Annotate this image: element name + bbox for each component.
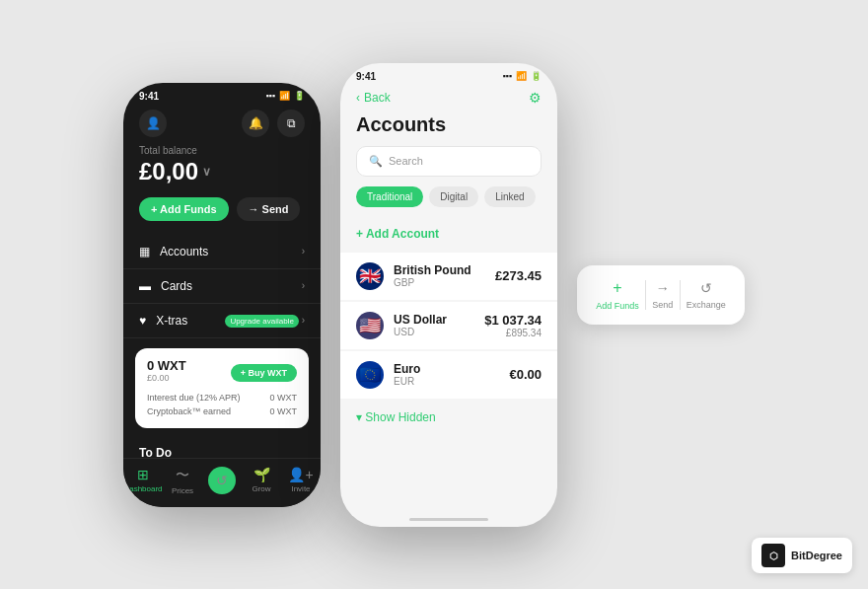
balance-label: Total balance xyxy=(139,145,305,156)
eur-amount: €0.00 xyxy=(509,367,542,382)
prices-label: Prices xyxy=(172,486,193,495)
show-hidden-button[interactable]: ▾ Show Hidden xyxy=(340,401,557,434)
exchange-icon: ↺ xyxy=(700,280,712,296)
usd-amount: $1 037.34 xyxy=(484,313,542,328)
add-funds-button[interactable]: + Add Funds xyxy=(139,197,229,221)
account-usd[interactable]: 🇺🇸 US Dollar USD $1 037.34 £895.34 xyxy=(340,302,557,349)
accounts-arrow: › xyxy=(302,246,305,257)
bitdegree-logo: ⬡ xyxy=(761,544,785,567)
search-placeholder: Search xyxy=(389,155,423,167)
panel-divider-1 xyxy=(645,280,646,310)
cryptoback-row: Cryptoback™ earned 0 WXT xyxy=(147,405,297,418)
right-icons: 🔔 ⧉ xyxy=(242,110,305,137)
search-bar[interactable]: 🔍 Search xyxy=(356,146,542,177)
account-eur[interactable]: 🇪🇺 Euro EUR €0.00 xyxy=(340,351,557,399)
xtras-icon: ♥ xyxy=(139,314,146,328)
usd-flag: 🇺🇸 xyxy=(356,312,384,339)
accounts-icon: ▦ xyxy=(139,245,150,258)
top-bar: ‹ Back ⚙ xyxy=(340,86,557,113)
floating-panel: + Add Funds → Send ↺ Exchange xyxy=(577,265,745,325)
home-indicator xyxy=(409,518,488,521)
invite-icon: 👤+ xyxy=(288,467,313,482)
bell-icon[interactable]: 🔔 xyxy=(242,110,269,137)
usd-sub: £895.34 xyxy=(484,328,542,338)
gbp-flag: 🇬🇧 xyxy=(356,262,384,290)
xtras-label: X-tras xyxy=(156,314,187,328)
panel-send[interactable]: → Send xyxy=(652,280,673,310)
signal-icon-light: ▪▪▪ xyxy=(502,71,512,81)
chevron-left-icon: ‹ xyxy=(356,91,360,105)
nav-prices[interactable]: 〜 Prices xyxy=(163,467,202,495)
menu-item-xtras[interactable]: ♥ X-tras Upgrade available › xyxy=(123,304,321,338)
exchange-panel-label: Exchange xyxy=(687,300,726,310)
xtras-right: Upgrade available › xyxy=(225,315,305,326)
cards-label: Cards xyxy=(161,279,192,293)
balance-section: Total balance £0,00 ∨ xyxy=(123,145,321,197)
dashboard-label: Dashboard xyxy=(123,484,162,493)
panel-add-funds[interactable]: + Add Funds xyxy=(596,279,639,311)
interest-value: 0 WXT xyxy=(269,393,297,403)
menu-item-accounts[interactable]: ▦ Accounts › xyxy=(123,235,321,269)
arrow-right-icon: → xyxy=(656,280,670,296)
xtras-arrow: › xyxy=(302,315,305,326)
send-panel-label: Send xyxy=(652,300,673,310)
phone-light: 9:41 ▪▪▪ 📶 🔋 ‹ Back ⚙ Accounts 🔍 Search … xyxy=(340,63,557,527)
copy-icon[interactable]: ⧉ xyxy=(277,110,305,137)
status-icons-dark: ▪▪▪ 📶 🔋 xyxy=(265,91,305,101)
battery-icon: 🔋 xyxy=(294,91,305,101)
buy-wxt-button[interactable]: + Buy WXT xyxy=(231,364,297,382)
upgrade-badge: Upgrade available xyxy=(225,315,299,328)
prices-icon: 〜 xyxy=(176,467,189,484)
plus-circle-icon: + xyxy=(613,279,621,297)
show-hidden-label: ▾ Show Hidden xyxy=(356,410,436,424)
gbp-amount: £273.45 xyxy=(495,268,542,283)
panel-divider-2 xyxy=(680,280,681,310)
gbp-code: GBP xyxy=(394,277,471,288)
accounts-label: Accounts xyxy=(160,245,208,258)
status-bar-light: 9:41 ▪▪▪ 📶 🔋 xyxy=(340,63,557,86)
nav-dashboard[interactable]: ⊞ Dashboard xyxy=(123,467,163,495)
nav-exchange[interactable]: ↺ xyxy=(202,467,242,495)
send-button[interactable]: → Send xyxy=(237,197,301,221)
eur-name: Euro xyxy=(394,362,420,376)
exchange-circle-icon: ↺ xyxy=(208,467,236,494)
panel-actions: + Add Funds → Send ↺ Exchange xyxy=(593,279,729,311)
status-bar-dark: 9:41 ▪▪▪ 📶 🔋 xyxy=(123,83,321,106)
cards-icon: ▬ xyxy=(139,279,151,293)
usd-code: USD xyxy=(394,327,447,337)
wifi-icon: 📶 xyxy=(279,91,290,101)
gbp-name: British Pound xyxy=(394,263,471,277)
chevron-down-icon: ∨ xyxy=(202,165,211,179)
tab-traditional[interactable]: Traditional xyxy=(356,186,423,207)
add-funds-panel-label: Add Funds xyxy=(596,301,639,311)
balance-value: £0,00 xyxy=(139,158,198,185)
nav-grow[interactable]: 🌱 Grow xyxy=(242,467,281,495)
add-account-button[interactable]: + Add Account xyxy=(340,217,557,251)
status-icons-light: ▪▪▪ 📶 🔋 xyxy=(502,71,542,81)
phone-dark: 9:41 ▪▪▪ 📶 🔋 👤 🔔 ⧉ Total balance £0,00 ∨… xyxy=(123,83,321,507)
tab-linked[interactable]: Linked xyxy=(484,186,535,207)
nav-invite[interactable]: 👤+ Invite xyxy=(281,467,321,495)
account-gbp[interactable]: 🇬🇧 British Pound GBP £273.45 xyxy=(340,253,557,300)
cryptoback-value: 0 WXT xyxy=(269,406,297,416)
header-icons: 👤 🔔 ⧉ xyxy=(123,106,321,145)
time-dark: 9:41 xyxy=(139,91,159,102)
invite-label: Invite xyxy=(291,484,310,493)
panel-exchange[interactable]: ↺ Exchange xyxy=(687,280,726,310)
wxt-amount: 0 WXT xyxy=(147,358,186,373)
signal-icon: ▪▪▪ xyxy=(265,91,275,101)
tab-digital[interactable]: Digital xyxy=(429,186,478,207)
back-label: Back xyxy=(364,91,391,105)
wxt-gbp: £0.00 xyxy=(147,373,186,383)
add-account-label: + Add Account xyxy=(356,227,439,241)
menu-item-cards[interactable]: ▬ Cards › xyxy=(123,269,321,304)
settings-icon[interactable]: ⚙ xyxy=(529,90,542,106)
wifi-icon-light: 📶 xyxy=(516,71,527,81)
filter-tabs: Traditional Digital Linked xyxy=(340,186,557,217)
bitdegree-badge: ⬡ BitDegree xyxy=(752,538,852,573)
avatar-icon[interactable]: 👤 xyxy=(139,110,167,137)
back-button[interactable]: ‹ Back xyxy=(356,91,391,105)
eur-code: EUR xyxy=(394,376,420,387)
balance-amount: £0,00 ∨ xyxy=(139,158,305,185)
dashboard-icon: ⊞ xyxy=(137,467,149,482)
